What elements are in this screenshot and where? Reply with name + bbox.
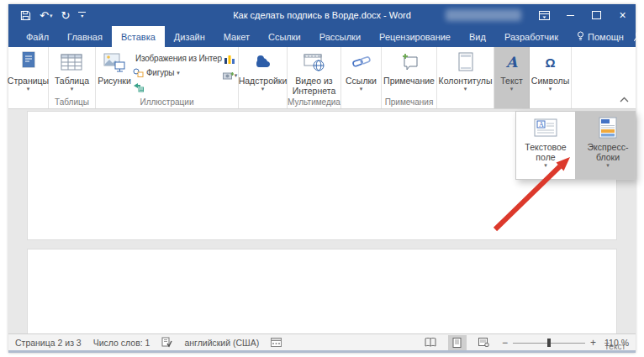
title-bar: ↶▾ ↻ ▾ Как сделать подпись в Ворде.docx … <box>8 4 636 26</box>
header-footer-icon <box>457 50 474 75</box>
comment-button[interactable]: Примечание <box>382 49 436 97</box>
header-footer-button[interactable]: Колонтитулы ▾ <box>437 49 494 97</box>
maximize-icon <box>592 11 601 19</box>
read-mode-icon <box>425 338 436 347</box>
proofing-icon[interactable] <box>161 337 172 348</box>
pages-button[interactable]: Страницы ▾ <box>6 49 50 97</box>
redo-icon: ↻ <box>61 10 70 21</box>
tab-home[interactable]: Главная <box>58 26 112 47</box>
group-label-comments: Примечания <box>382 97 436 108</box>
zoom-in-button[interactable]: + <box>590 337 596 349</box>
ribbon-group-illustrations: Рисунки Изображения из Интернета Фигуры … <box>96 47 239 108</box>
shapes-button[interactable]: Фигуры ▾ <box>133 66 222 80</box>
text-group-flyout: A Текстовое поле ▾ Экспресс-блоки ▾ A Wo… <box>515 111 636 180</box>
text-box-icon: A <box>534 115 557 140</box>
collapse-ribbon-button[interactable] <box>620 91 629 106</box>
word-count[interactable]: Число слов: 1 <box>93 338 150 348</box>
symbols-caret-icon: ▾ <box>549 86 552 92</box>
table-caret-icon: ▾ <box>71 86 74 92</box>
tab-help[interactable]: Помощн <box>567 26 633 47</box>
ribbon-group-symbols: Ω Символы ▾ <box>530 47 572 108</box>
quick-access-toolbar: ↶▾ ↻ ▾ <box>8 10 86 21</box>
minimize-button[interactable] <box>557 4 583 26</box>
online-video-icon <box>304 50 325 75</box>
quick-parts-button[interactable]: Экспресс-блоки ▾ <box>575 112 636 179</box>
online-pictures-button[interactable]: Изображения из Интернета <box>133 51 222 66</box>
links-caret-icon: ▾ <box>360 86 363 92</box>
ribbon-group-pages: Страницы ▾ <box>8 47 49 108</box>
tab-file[interactable]: Файл <box>17 26 58 47</box>
addins-icon <box>254 50 272 75</box>
tab-review[interactable]: Рецензирование <box>370 26 460 47</box>
collapse-ribbon-icon <box>620 97 629 102</box>
quick-parts-caret-icon: ▾ <box>606 162 610 169</box>
smartart-button[interactable] <box>133 80 222 94</box>
ribbon-group-addins: Надстройки ▾ <box>239 47 288 108</box>
macro-icon[interactable] <box>271 338 282 347</box>
document-page-2[interactable] <box>28 249 616 333</box>
customize-qat-button[interactable]: ▾ <box>78 12 86 18</box>
screenshot-button[interactable]: ▾ <box>223 71 238 80</box>
tabrow-right-icons <box>633 26 644 47</box>
header-footer-caret-icon: ▾ <box>464 86 467 92</box>
zoom-slider[interactable] <box>513 338 585 348</box>
web-layout-button[interactable] <box>475 335 494 350</box>
text-icon: A <box>506 57 517 67</box>
pictures-icon <box>103 50 125 75</box>
read-mode-button[interactable] <box>421 335 440 350</box>
page-indicator[interactable]: Страница 2 из 3 <box>15 338 82 348</box>
save-icon[interactable] <box>20 10 31 21</box>
share-person-icon[interactable] <box>633 31 644 42</box>
print-layout-button[interactable] <box>448 335 467 350</box>
tab-mailings[interactable]: Рассылки <box>310 26 370 47</box>
table-button[interactable]: Таблица ▾ <box>53 49 91 97</box>
symbols-button[interactable]: Ω Символы ▾ <box>530 49 571 97</box>
ribbon-group-media: Видео из Интернета Мультимедиа <box>288 47 341 108</box>
tab-view[interactable]: Вид <box>460 26 495 47</box>
tab-references[interactable]: Ссылки <box>259 26 310 47</box>
ribbon-display-options-button[interactable] <box>531 4 557 26</box>
links-button[interactable]: Ссылки ▾ <box>344 49 378 97</box>
screenshot-icon <box>223 71 234 80</box>
ribbon-group-links: Ссылки ▾ <box>341 47 382 108</box>
undo-icon: ↶ <box>40 10 49 21</box>
undo-button[interactable]: ↶▾ <box>40 10 52 21</box>
ribbon-insert: Страницы ▾ Таблица ▾ Таблицы <box>8 47 636 109</box>
zoom-slider-thumb[interactable] <box>547 339 551 347</box>
addins-button[interactable]: Надстройки ▾ <box>237 49 289 97</box>
links-icon <box>351 50 372 75</box>
chart-icon[interactable] <box>224 54 235 65</box>
pictures-button[interactable]: Рисунки <box>96 49 133 97</box>
lightbulb-icon <box>577 31 584 42</box>
minimize-icon <box>567 15 574 16</box>
status-bar-right: − + 110 % <box>421 335 629 350</box>
window-bottom-edge <box>8 350 636 353</box>
online-video-button[interactable]: Видео из Интернета <box>288 49 340 97</box>
language-indicator[interactable]: английский (США) <box>184 338 259 348</box>
zoom-control: − + <box>502 337 596 349</box>
tab-design[interactable]: Дизайн <box>165 26 214 47</box>
window-controls: × <box>531 4 636 26</box>
table-icon <box>61 50 82 75</box>
omega-icon: Ω <box>545 56 555 69</box>
text-box-button[interactable]: A Текстовое поле ▾ <box>516 112 575 179</box>
ribbon-group-tables: Таблица ▾ Таблицы <box>49 47 96 108</box>
maximize-button[interactable] <box>583 4 610 26</box>
word-window: ↶▾ ↻ ▾ Как сделать подпись в Ворде.docx … <box>8 4 636 353</box>
text-button[interactable]: A Текст ▾ <box>499 49 524 97</box>
undo-caret-icon: ▾ <box>50 13 53 18</box>
ribbon-tabs: Файл Главная Вставка Дизайн Макет Ссылки… <box>8 26 636 47</box>
web-layout-icon <box>478 338 489 347</box>
ribbon-group-header-footer: Колонтитулы ▾ <box>437 47 494 108</box>
tab-layout[interactable]: Макет <box>214 26 259 47</box>
window-title: Как сделать подпись в Ворде.docx - Word <box>233 4 411 26</box>
redo-button[interactable]: ↻ <box>61 10 70 21</box>
ribbon-group-text: A Текст ▾ <box>494 47 530 108</box>
pages-caret-icon: ▾ <box>27 86 30 92</box>
tab-insert[interactable]: Вставка <box>112 26 165 47</box>
zoom-out-button[interactable]: − <box>502 337 508 349</box>
close-button[interactable]: × <box>610 4 636 26</box>
tab-developer[interactable]: Разработчик <box>495 26 567 47</box>
customize-qat-icon: ▾ <box>78 12 86 18</box>
comment-icon <box>399 50 420 75</box>
